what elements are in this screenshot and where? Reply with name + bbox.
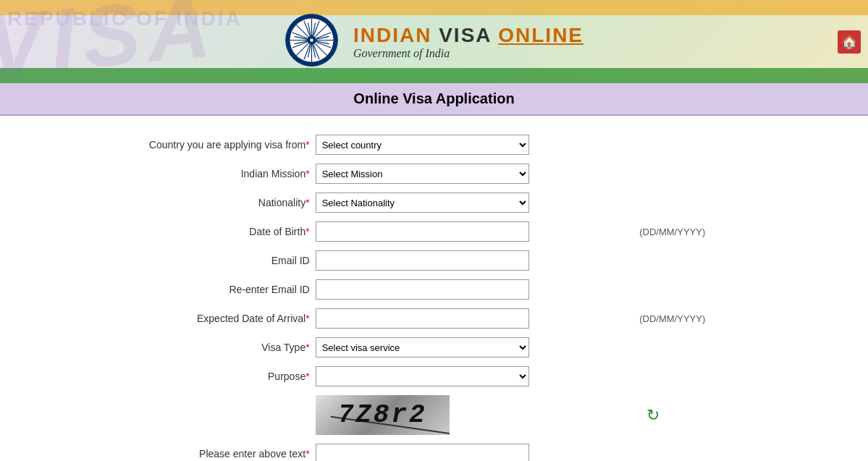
captcha-input-hint	[636, 439, 839, 461]
purpose-required: *	[306, 371, 309, 382]
re-email-hint	[636, 275, 839, 304]
country-required: *	[306, 139, 309, 151]
form-container: Country you are applying visa from* Sele…	[0, 116, 868, 461]
captcha-text: 7Z8r2	[338, 400, 427, 430]
brand-title: INDIAN VISA ONLINE	[353, 24, 583, 47]
re-email-label: Re-enter Email ID	[29, 275, 313, 304]
visa-type-row: Visa Type* Select visa service	[29, 333, 839, 362]
nationality-required: *	[306, 197, 309, 208]
captcha-input-row: Please enter above text*	[29, 439, 839, 461]
visa-type-label: Visa Type*	[29, 333, 313, 362]
refresh-icon[interactable]: ↻	[646, 406, 660, 424]
mission-label: Indian Mission*	[29, 159, 313, 188]
brand-visa: VISA	[431, 24, 498, 46]
country-label: Country you are applying visa from*	[29, 130, 313, 159]
captcha-image-cell: 7Z8r2	[313, 391, 637, 439]
ashoka-chakra	[285, 13, 339, 70]
country-select[interactable]: Select country	[316, 135, 529, 155]
captcha-input[interactable]	[316, 444, 529, 461]
mission-row: Indian Mission* Select Mission	[29, 159, 839, 188]
mission-select[interactable]: Select Mission	[316, 164, 529, 184]
email-row: Email ID	[29, 246, 839, 275]
form-table: Country you are applying visa from* Sele…	[29, 130, 839, 461]
mission-input-cell: Select Mission	[313, 159, 637, 188]
visa-type-hint	[636, 333, 839, 362]
dob-label: Date of Birth*	[29, 217, 313, 246]
mission-hint	[636, 159, 839, 188]
purpose-hint	[636, 362, 839, 391]
arrival-input-cell	[313, 304, 637, 333]
visa-type-input-cell: Select visa service	[313, 333, 637, 362]
brand-subtitle: Government of India	[353, 47, 583, 60]
mission-required: *	[306, 168, 309, 179]
visa-type-select[interactable]: Select visa service	[316, 337, 529, 358]
captcha-refresh-cell: ↻	[636, 391, 839, 439]
captcha-image-row: 7Z8r2 ↻	[29, 391, 839, 439]
captcha-image-label	[29, 391, 313, 439]
nationality-select[interactable]: Select Nationality	[316, 193, 529, 213]
purpose-label: Purpose*	[29, 362, 313, 391]
captcha-input-label: Please enter above text*	[29, 439, 313, 461]
brand-indian: INDIAN	[353, 24, 431, 46]
email-hint	[636, 246, 839, 275]
arrival-required: *	[306, 313, 309, 324]
purpose-input-cell	[313, 362, 637, 391]
visa-type-required: *	[306, 342, 309, 353]
arrival-input[interactable]	[316, 308, 529, 329]
brand-online: ONLINE	[498, 24, 583, 46]
nationality-label: Nationality*	[29, 188, 313, 217]
svg-point-17	[310, 38, 313, 42]
country-hint	[636, 130, 839, 159]
nationality-row: Nationality* Select Nationality	[29, 188, 839, 217]
captcha-required: *	[306, 448, 309, 460]
header: VISA REPUBLIC OF INDIA	[0, 0, 868, 83]
re-email-row: Re-enter Email ID	[29, 275, 839, 304]
purpose-select[interactable]	[316, 366, 529, 386]
email-label: Email ID	[29, 246, 313, 275]
captcha-input-cell	[313, 439, 637, 461]
purpose-row: Purpose*	[29, 362, 839, 391]
email-input[interactable]	[316, 250, 529, 271]
dob-input[interactable]	[316, 221, 529, 242]
email-input-cell	[313, 246, 637, 275]
dob-required: *	[306, 226, 309, 237]
captcha-image: 7Z8r2	[316, 395, 450, 435]
arrival-row: Expected Date of Arrival* (DD/MM/YYYY)	[29, 304, 839, 333]
page-title: Online Visa Application	[0, 83, 868, 116]
header-content: INDIAN VISA ONLINE Government of India	[285, 13, 583, 70]
nationality-input-cell: Select Nationality	[313, 188, 637, 217]
arrival-hint: (DD/MM/YYYY)	[636, 304, 839, 333]
brand-text: INDIAN VISA ONLINE Government of India	[353, 24, 583, 60]
nationality-hint	[636, 188, 839, 217]
dob-input-cell	[313, 217, 637, 246]
re-email-input-cell	[313, 275, 637, 304]
home-icon[interactable]: 🏠	[838, 30, 861, 54]
country-row: Country you are applying visa from* Sele…	[29, 130, 839, 159]
arrival-label: Expected Date of Arrival*	[29, 304, 313, 333]
re-email-input[interactable]	[316, 279, 529, 300]
country-input-cell: Select country	[313, 130, 637, 159]
dob-row: Date of Birth* (DD/MM/YYYY)	[29, 217, 839, 246]
dob-hint: (DD/MM/YYYY)	[636, 217, 839, 246]
republic-text: REPUBLIC OF INDIA	[7, 7, 243, 30]
